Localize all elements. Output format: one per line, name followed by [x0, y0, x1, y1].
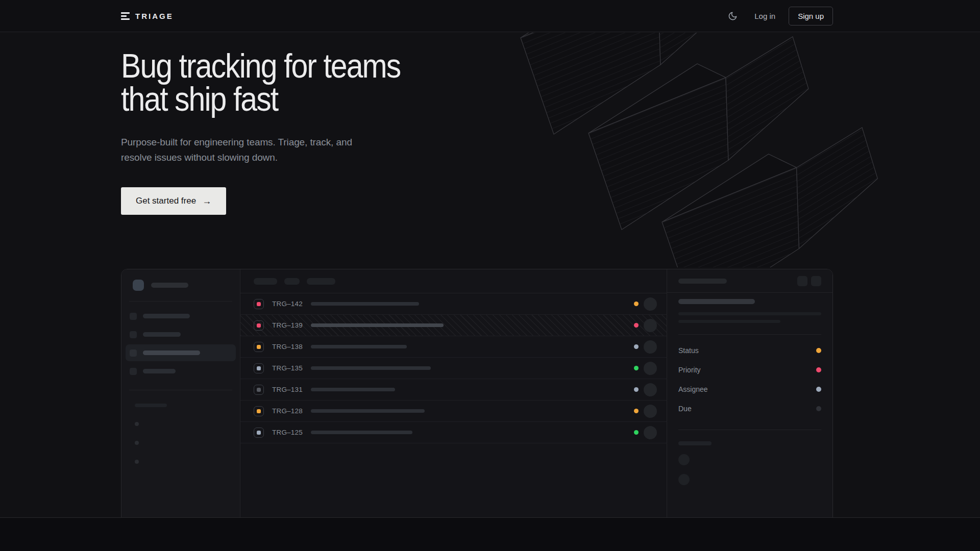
- issue-id: TRG–138: [272, 343, 303, 350]
- issue-title-skeleton: [311, 302, 419, 306]
- toolbar-filter-skeleton: [284, 278, 300, 285]
- nav-actions: Log in Sign up: [724, 7, 833, 26]
- hero-title-line2: that ship fast: [121, 80, 278, 118]
- issue-id: TRG–128: [272, 407, 303, 415]
- issue-type-icon: [254, 406, 264, 416]
- sidebar-dot-skeleton: [135, 460, 139, 464]
- issue-assignee-avatar: [644, 383, 657, 396]
- comment-avatar-skeleton: [678, 474, 690, 485]
- detail-panel-body: Status Priority Assignee Due: [667, 293, 832, 485]
- toolbar-filter-skeleton: [307, 278, 335, 285]
- hero-subtitle: Purpose-built for engineering teams. Tri…: [121, 135, 438, 165]
- mockup-workspace-switcher: [133, 280, 232, 291]
- detail-divider: [678, 334, 821, 335]
- detail-field-row: Assignee: [678, 380, 821, 399]
- sidebar-item-skeleton: [126, 308, 236, 324]
- issue-id: TRG–125: [272, 429, 303, 436]
- issue-type-icon: [254, 342, 264, 352]
- sidebar-item-icon: [130, 331, 137, 338]
- issue-title-skeleton: [311, 409, 425, 413]
- sidebar-divider: [129, 301, 232, 302]
- app-mockup-panel: TRG–142 TRG–139 TRG–138 TRG–135 TRG–131: [121, 269, 833, 518]
- detail-field-value-dot: [816, 367, 821, 372]
- mockup-detail-panel: Status Priority Assignee Due: [667, 269, 832, 517]
- detail-field-label: Assignee: [678, 385, 708, 393]
- comment-avatar-skeleton: [678, 454, 690, 465]
- issue-assignee-avatar: [644, 297, 657, 311]
- detail-field-value-dot: [816, 406, 821, 411]
- issue-rows-container: TRG–142 TRG–139 TRG–138 TRG–135 TRG–131: [240, 293, 667, 443]
- detail-field-label: Due: [678, 405, 692, 413]
- issue-status-dot: [634, 387, 639, 392]
- issue-assignee-avatar: [644, 319, 657, 332]
- detail-action-button-skeleton: [797, 276, 807, 286]
- brand-logo[interactable]: TRIAGE: [121, 12, 174, 20]
- toolbar-filter-skeleton: [254, 278, 277, 285]
- detail-action-button-skeleton: [811, 276, 821, 286]
- issue-status-dot: [634, 344, 639, 349]
- issue-status-dot: [634, 430, 639, 435]
- issue-type-icon: [254, 299, 264, 309]
- issue-type-icon: [254, 385, 264, 395]
- detail-issue-title-skeleton: [678, 299, 755, 304]
- signup-button[interactable]: Sign up: [789, 7, 833, 26]
- issue-row: TRG–131: [240, 379, 667, 400]
- detail-field-value-dot: [816, 387, 821, 392]
- workspace-name-skeleton: [151, 283, 188, 288]
- triage-bars-icon: [121, 12, 130, 20]
- issue-assignee-avatar: [644, 340, 657, 354]
- theme-toggle-button[interactable]: [724, 7, 741, 24]
- sidebar-item-bar: [143, 314, 190, 318]
- detail-field-label: Status: [678, 346, 699, 355]
- issue-row: TRG–125: [240, 422, 667, 443]
- detail-field-row: Due: [678, 399, 821, 418]
- sidebar-item-skeleton-active: [126, 344, 236, 361]
- sidebar-dot-skeleton: [135, 422, 139, 426]
- mockup-list-toolbar: [240, 269, 667, 293]
- sidebar-nav-skeleton: [126, 308, 236, 380]
- issue-title-skeleton: [311, 366, 431, 370]
- issue-id: TRG–142: [272, 300, 303, 308]
- detail-field-value-dot: [816, 348, 821, 353]
- sidebar-divider: [129, 390, 232, 390]
- detail-panel-header: [667, 269, 832, 293]
- sidebar-dot-skeleton: [135, 441, 139, 445]
- login-link[interactable]: Log in: [754, 12, 775, 20]
- top-navigation: TRIAGE Log in Sign up: [0, 0, 980, 32]
- detail-field-row: Priority: [678, 360, 821, 380]
- detail-field-row: Status: [678, 341, 821, 360]
- sidebar-item-bar: [143, 350, 200, 355]
- issue-id: TRG–131: [272, 386, 303, 393]
- issue-title-skeleton: [311, 431, 412, 434]
- detail-activity-label-skeleton: [678, 441, 712, 445]
- sidebar-item-skeleton: [126, 326, 236, 343]
- landing-page: TRIAGE Log in Sign up Bug tracking for t…: [0, 0, 980, 551]
- issue-status-dot: [634, 366, 639, 370]
- issue-status-dot: [634, 409, 639, 413]
- issue-type-icon: [254, 320, 264, 331]
- issue-row: TRG–142: [240, 293, 667, 315]
- issue-assignee-avatar: [644, 426, 657, 439]
- issue-id: TRG–135: [272, 364, 303, 372]
- issue-assignee-avatar: [644, 362, 657, 375]
- issue-row: TRG–128: [240, 400, 667, 422]
- brand-name: TRIAGE: [135, 12, 174, 20]
- arrow-right-icon: →: [202, 196, 211, 207]
- workspace-icon: [133, 280, 144, 291]
- hero-title: Bug tracking for teams that ship fast: [121, 49, 400, 115]
- sidebar-item-icon: [130, 368, 137, 375]
- sidebar-item-icon: [130, 313, 137, 320]
- hero-section: Bug tracking for teams that ship fast Pu…: [121, 49, 438, 215]
- issue-status-dot: [634, 323, 639, 328]
- issue-status-dot: [634, 302, 639, 306]
- sidebar-item-bar: [143, 369, 176, 373]
- issue-id: TRG–139: [272, 321, 303, 329]
- sidebar-item-icon: [130, 349, 137, 357]
- sidebar-item-bar: [143, 332, 181, 337]
- get-started-button[interactable]: Get started free →: [121, 187, 226, 215]
- issue-row: TRG–135: [240, 358, 667, 379]
- issue-title-skeleton: [311, 345, 407, 348]
- sidebar-item-skeleton: [126, 363, 236, 380]
- detail-description-skeleton: [678, 312, 821, 315]
- moon-icon: [728, 11, 738, 21]
